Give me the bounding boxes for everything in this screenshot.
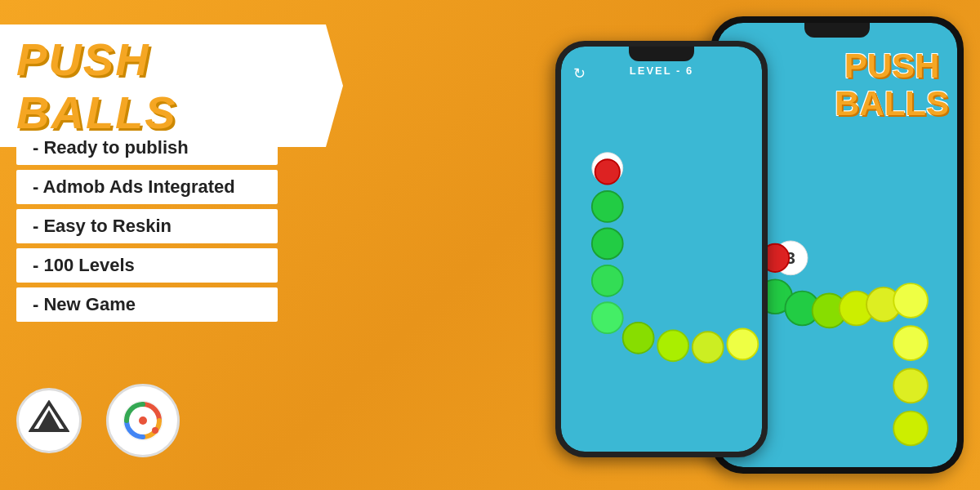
refresh-icon: ↻ — [573, 65, 586, 82]
phone-title-push: PUSH — [835, 47, 949, 85]
app-title: PUSH BALLS — [16, 33, 177, 138]
feature-item: - 100 Levels — [16, 248, 278, 283]
svg-point-26 — [727, 328, 758, 359]
svg-point-12 — [893, 283, 928, 318]
svg-point-14 — [893, 369, 928, 403]
svg-point-19 — [592, 191, 623, 222]
game-graphic-front: 2 — [561, 47, 762, 452]
svg-point-13 — [893, 326, 928, 360]
admob-icon — [106, 384, 180, 457]
phone-front-screen: ↻ LEVEL - 6 2 — [561, 47, 762, 452]
svg-point-23 — [623, 323, 654, 354]
features-list: - Ready to publish- Admob Ads Integrated… — [16, 131, 278, 327]
svg-point-22 — [592, 302, 623, 333]
svg-point-3 — [139, 416, 147, 425]
feature-item: - New Game — [16, 287, 278, 322]
phone-back-notch — [804, 23, 870, 38]
svg-point-4 — [152, 427, 158, 434]
bottom-icons — [16, 384, 180, 457]
feature-item: - Ready to publish — [16, 131, 278, 165]
svg-point-15 — [893, 412, 928, 446]
svg-point-27 — [595, 159, 620, 184]
game-title-in-phone: PUSH BALLS — [835, 47, 949, 122]
phone-front: ↻ LEVEL - 6 2 — [555, 41, 768, 457]
feature-item: - Easy to Reskin — [16, 209, 278, 243]
unity-icon — [16, 388, 82, 453]
phone-title-balls: BALLS — [835, 85, 949, 122]
svg-point-20 — [592, 228, 623, 259]
feature-item: - Admob Ads Integrated — [16, 170, 278, 204]
svg-point-24 — [657, 330, 688, 361]
phone-front-notch — [629, 47, 694, 61]
svg-point-25 — [693, 332, 724, 363]
level-display: LEVEL - 6 — [630, 65, 693, 77]
title-banner: PUSH BALLS — [0, 24, 343, 147]
svg-point-21 — [592, 265, 623, 296]
